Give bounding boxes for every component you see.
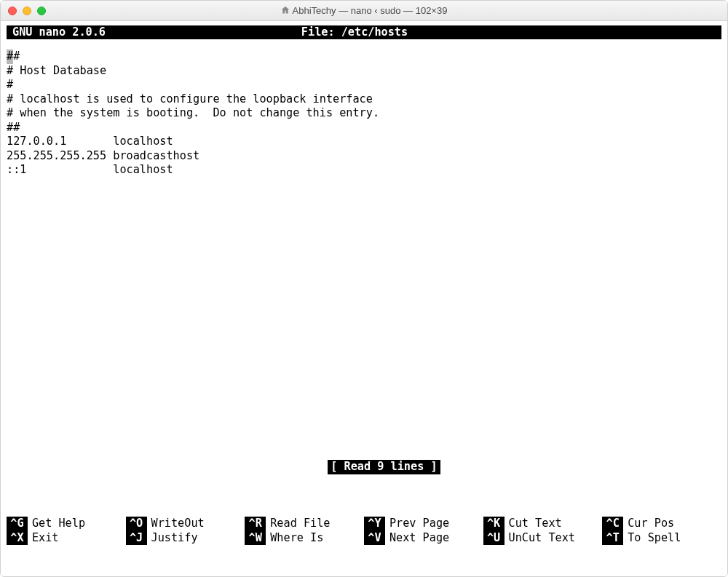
shortcut-label: Cut Text (509, 517, 562, 530)
editor-line[interactable]: ## (7, 121, 721, 135)
shortcut-key: ^V (364, 531, 385, 545)
shortcut-justify: ^JJustify (126, 531, 245, 545)
shortcut-where-is: ^WWhere Is (245, 531, 364, 545)
shortcut-writeout: ^OWriteOut (126, 517, 245, 530)
editor-line[interactable]: 255.255.255.255 broadcasthost (7, 149, 721, 163)
shortcut-key: ^Y (364, 517, 385, 530)
shortcut-uncut-text: ^UUnCut Text (483, 531, 603, 545)
window-titlebar: AbhiTechy — nano ‹ sudo — 102×39 (1, 1, 727, 21)
nano-footer: [ Read 9 lines ] ^GGet Help^OWriteOut^RR… (7, 418, 721, 573)
shortcut-key: ^X (7, 531, 28, 545)
shortcut-label: Next Page (389, 531, 449, 545)
editor-content[interactable]: ### Host Database## localhost is used to… (7, 39, 721, 418)
editor-cursor: # (7, 49, 13, 63)
shortcut-label: Read File (270, 517, 330, 530)
shortcut-read-file: ^RRead File (245, 517, 364, 530)
shortcut-label: Exit (32, 531, 59, 545)
shortcut-label: Justify (151, 531, 198, 545)
nano-status-text: [ Read 9 lines ] (328, 460, 440, 474)
shortcut-label: Get Help (32, 517, 85, 530)
shortcut-cut-text: ^KCut Text (483, 517, 603, 530)
home-icon (281, 6, 290, 17)
shortcut-label: Prev Page (389, 517, 449, 530)
nano-file-label: File: /etc/hosts (106, 25, 604, 39)
editor-line[interactable]: # Host Database (7, 64, 721, 78)
shortcut-label: UnCut Text (509, 531, 575, 545)
editor-line[interactable]: # when the system is booting. Do not cha… (7, 106, 721, 120)
shortcut-prev-page: ^YPrev Page (364, 517, 483, 530)
shortcut-key: ^R (245, 517, 266, 530)
traffic-lights (1, 7, 46, 15)
shortcut-key: ^C (602, 517, 623, 530)
editor-line[interactable]: # localhost is used to configure the loo… (7, 92, 721, 106)
nano-app-label: GNU nano 2.0.6 (8, 25, 106, 39)
minimize-window-button[interactable] (23, 7, 31, 15)
shortcut-key: ^U (483, 531, 505, 545)
editor-line[interactable]: # (7, 78, 721, 92)
shortcut-key: ^O (126, 517, 147, 530)
shortcut-label: Where Is (270, 531, 323, 545)
shortcut-key: ^T (602, 531, 623, 545)
window-title: AbhiTechy — nano ‹ sudo — 102×39 (1, 5, 727, 17)
shortcut-label: To Spell (628, 531, 681, 545)
editor-line[interactable]: ## (7, 49, 721, 63)
nano-header-bar: GNU nano 2.0.6 File: /etc/hosts (7, 25, 721, 39)
nano-shortcuts: ^GGet Help^OWriteOut^RRead File^YPrev Pa… (7, 517, 721, 545)
shortcut-label: WriteOut (151, 517, 205, 530)
terminal[interactable]: GNU nano 2.0.6 File: /etc/hosts ### Host… (1, 21, 727, 576)
shortcut-exit: ^XExit (7, 531, 126, 545)
shortcut-next-page: ^VNext Page (364, 531, 483, 545)
shortcut-key: ^J (126, 531, 147, 545)
editor-line[interactable]: 127.0.0.1 localhost (7, 135, 721, 148)
close-window-button[interactable] (8, 7, 17, 15)
shortcut-key: ^W (245, 531, 266, 545)
window-title-text: AbhiTechy — nano ‹ sudo — 102×39 (293, 5, 448, 16)
shortcut-to-spell: ^TTo Spell (602, 531, 721, 545)
nano-status-line: [ Read 9 lines ] (7, 446, 721, 488)
shortcut-key: ^K (483, 517, 505, 530)
shortcut-cur-pos: ^CCur Pos (602, 517, 721, 530)
shortcut-get-help: ^GGet Help (7, 517, 126, 530)
zoom-window-button[interactable] (37, 7, 46, 15)
shortcut-key: ^G (7, 517, 28, 530)
editor-line[interactable]: ::1 localhost (7, 163, 721, 177)
shortcut-label: Cur Pos (628, 517, 674, 530)
